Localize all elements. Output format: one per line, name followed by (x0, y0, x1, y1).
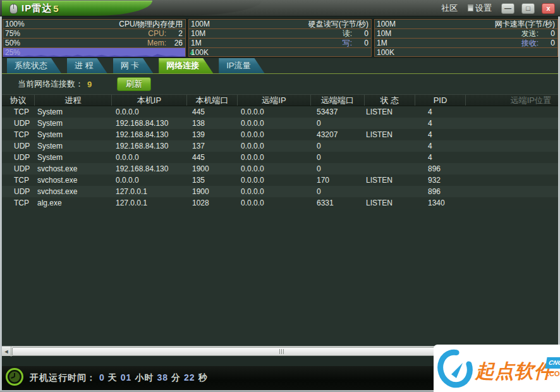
refresh-button[interactable]: 刷新 (117, 77, 151, 91)
header-status[interactable]: 状 态 (365, 95, 415, 106)
table-cell: 0.0.0.0 (238, 129, 311, 140)
table-row[interactable]: TCPalg.exe127.0.0.110280.0.0.06331LISTEN… (2, 197, 558, 209)
stat-label: 接收: (521, 38, 539, 49)
community-link[interactable]: 社区 (439, 3, 460, 14)
header-remote-ip[interactable]: 远端IP (238, 95, 311, 106)
watermark-logo-icon (436, 348, 474, 392)
table-cell: UDP (2, 163, 35, 175)
tab-3[interactable]: 网络连接 (159, 58, 213, 73)
stat-value: 26 (166, 39, 183, 47)
app-title: IP雷达 (21, 3, 52, 15)
disk-io-panel: 100M 硬盘读写(字节/秒) 10M 读:0 1M 写:0 100K (188, 19, 372, 57)
table-cell (466, 106, 558, 118)
watermark-brand: 起点软件 (475, 358, 554, 384)
table-cell: 0.0.0.0 (238, 140, 311, 152)
tab-1[interactable]: 进 程 (67, 58, 107, 73)
uptime-number: 38 (157, 372, 168, 383)
uptime-values: 0天01小时38分22秒 (96, 372, 208, 383)
table-cell: 0.0.0.0 (238, 163, 311, 175)
header-pid[interactable]: PID (415, 95, 466, 106)
table-cell: 1340 (415, 197, 466, 209)
header-local-port[interactable]: 本机端口 (187, 95, 238, 106)
settings-link[interactable]: 设置 (465, 3, 494, 14)
table-cell: 0.0.0.0 (238, 118, 311, 129)
scale-label: 100M (375, 20, 396, 28)
table-cell: 1900 (187, 163, 238, 175)
window-frame (0, 16, 2, 390)
stat-value: 0 (539, 29, 555, 38)
header-remote-location[interactable]: 远端IP位置 (466, 95, 558, 106)
header-protocol[interactable]: 协议 (2, 95, 35, 106)
table-row[interactable]: TCPsvchost.exe0.0.0.01350.0.0.0170LISTEN… (2, 175, 558, 186)
table-cell (466, 129, 558, 140)
table-cell: 192.168.84.130 (112, 129, 187, 140)
uptime-unit: 天 (108, 372, 118, 383)
cpu-stat: CPU:2 (148, 29, 185, 38)
table-row[interactable]: TCPSystem192.168.84.1301390.0.0.043207LI… (2, 129, 558, 140)
table-cell: 1028 (187, 197, 238, 209)
net-panel-row: 1M 接收:0 (375, 39, 557, 48)
table-cell: 4 (415, 118, 466, 129)
table-cell: UDP (2, 186, 35, 197)
table-cell: 4 (415, 106, 466, 118)
table-cell: alg.exe (35, 197, 112, 209)
uptime-number: 22 (184, 372, 195, 383)
table-cell: System (35, 106, 112, 118)
table-cell: 932 (415, 175, 466, 186)
scale-label: 75% (3, 30, 20, 38)
table-row[interactable]: UDPsvchost.exe192.168.84.13019000.0.0.00… (2, 163, 558, 175)
header-remote-port[interactable]: 远端端口 (311, 95, 365, 106)
table-cell (466, 175, 558, 186)
table-cell: 137 (187, 140, 238, 152)
scale-label: 100% (3, 20, 25, 28)
table-row[interactable]: TCPSystem0.0.0.04450.0.0.053437LISTEN4 (2, 106, 558, 118)
table-cell: TCP (2, 129, 35, 140)
cpu-panel-row: 75% CPU:2 (3, 29, 185, 39)
stat-label: Mem: (147, 39, 166, 47)
table-cell: 43207 (311, 129, 365, 140)
connections-toolbar: 当前网络连接数： 9 刷新 (2, 75, 558, 94)
table-cell (466, 152, 558, 163)
table-row[interactable]: UDPSystem192.168.84.1301380.0.0.004 (2, 118, 558, 129)
table-cell: 192.168.84.130 (112, 163, 187, 175)
connection-count-value: 9 (87, 80, 92, 89)
table-cell (466, 118, 558, 129)
watermark-domain: .COM (547, 370, 560, 377)
mem-stat: Mem:26 (147, 39, 185, 47)
uptime-number: 0 (99, 372, 105, 383)
table-row[interactable]: UDPSystem192.168.84.1301370.0.0.004 (2, 140, 558, 152)
scale-label: 1M (189, 39, 202, 47)
tab-4[interactable]: IP流量 (219, 58, 264, 73)
table-cell: 896 (415, 186, 466, 197)
scroll-left-arrow-icon[interactable]: ◄ (2, 346, 11, 357)
table-cell: 0.0.0.0 (238, 197, 311, 209)
scale-label: 1M (375, 39, 387, 47)
table-cell: 192.168.84.130 (112, 118, 187, 129)
minimize-button[interactable]: — (501, 3, 514, 14)
stat-value: 2 (166, 29, 183, 38)
table-cell: 1900 (187, 186, 238, 197)
table-cell (365, 140, 415, 152)
table-cell: 4 (415, 129, 466, 140)
maximize-button[interactable]: □ (521, 3, 535, 14)
network-rate-panel: 100M 网卡速率(字节/秒) 10M 发送:0 1M 接收:0 100K (374, 19, 558, 57)
table-cell: System (35, 152, 112, 163)
uptime-text: 开机运行时间：0天01小时38分22秒 (30, 372, 208, 384)
table-body: TCPSystem0.0.0.04450.0.0.053437LISTEN4UD… (2, 106, 558, 209)
table-cell: 4 (415, 152, 466, 163)
tab-0[interactable]: 系统状态 (7, 58, 61, 73)
table-cell: 192.168.84.130 (112, 140, 187, 152)
header-local-ip[interactable]: 本机IP (112, 95, 187, 106)
table-cell: 0.0.0.0 (238, 186, 311, 197)
table-row[interactable]: UDPsvchost.exe127.0.0.119000.0.0.00896 (2, 186, 558, 197)
table-cell: 0 (311, 152, 365, 163)
titlebar-controls: 社区 设置 — □ x (439, 0, 555, 16)
header-process[interactable]: 进程 (35, 95, 112, 106)
close-button[interactable]: x (542, 3, 555, 14)
connection-count-label: 当前网络连接数： (18, 78, 83, 90)
scale-label: 25% (3, 49, 20, 57)
table-row[interactable]: UDPSystem0.0.0.04450.0.0.004 (2, 152, 558, 163)
table-cell: 445 (187, 152, 238, 163)
tab-2[interactable]: 网 卡 (113, 58, 154, 73)
table-cell (365, 186, 415, 197)
